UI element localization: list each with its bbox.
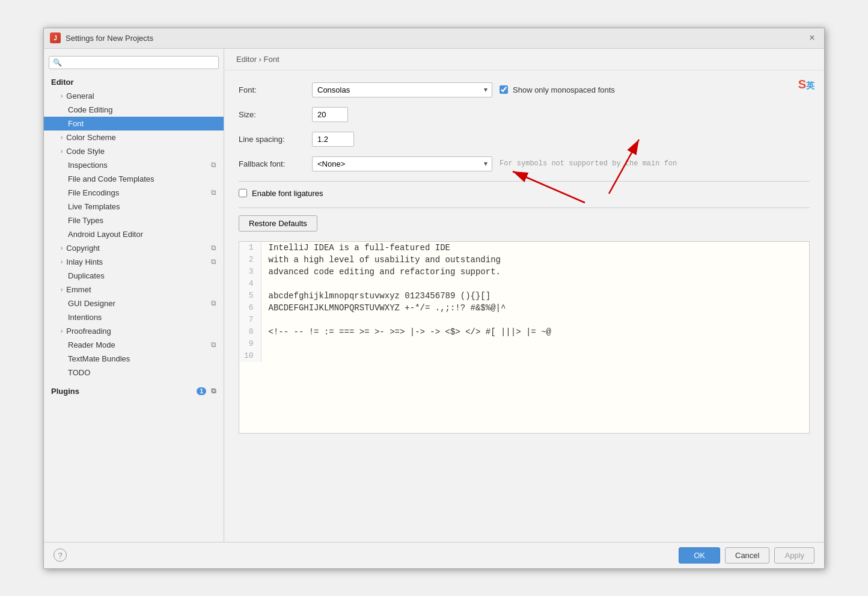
monospaced-label: Show only monospaced fonts (513, 85, 615, 94)
font-select-wrapper[interactable]: Consolas Arial Courier New (312, 82, 492, 97)
chevron-icon: › (61, 134, 63, 141)
dialog-body: 🔍 Editor › General Code Editing Font › C… (44, 49, 824, 542)
sidebar-item-android-layout[interactable]: Android Layout Editor (44, 227, 224, 241)
sidebar-item-label: TextMate Bundles (68, 354, 130, 363)
chevron-icon: › (61, 328, 63, 334)
fallback-hint: For symbols not supported by the main fo… (500, 159, 677, 168)
line-number: 10 (239, 350, 261, 362)
chevron-icon: › (61, 286, 63, 293)
restore-defaults-button[interactable]: Restore Defaults (239, 215, 317, 232)
cancel-button[interactable]: Cancel (725, 547, 769, 564)
preview-line-2: 2 with a high level of usability and out… (239, 254, 809, 266)
main-content: Editor › Font S英 Font: Consolas Arial Co… (224, 49, 824, 542)
sidebar-item-file-code-templates[interactable]: File and Code Templates (44, 172, 224, 186)
divider2 (239, 207, 810, 208)
sidebar-item-label: Proofreading (66, 327, 111, 336)
preview-line-3: 3 advanced code editing and refactoring … (239, 266, 809, 278)
close-button[interactable]: × (806, 32, 818, 44)
chevron-icon: › (61, 93, 63, 99)
fallback-label: Fallback font: (239, 159, 305, 168)
sidebar-item-label: Intentions (68, 313, 102, 322)
sidebar-item-gui-designer[interactable]: GUI Designer ⧉ (44, 296, 224, 310)
font-select[interactable]: Consolas Arial Courier New (312, 82, 492, 97)
sidebar-item-inlay-hints[interactable]: › Inlay Hints ⧉ (44, 255, 224, 269)
copy-icon: ⧉ (211, 188, 216, 197)
line-content: <!-- -- != := === >= >- >=> |-> -> <$> <… (261, 326, 809, 338)
sidebar-item-label: Font (68, 119, 84, 128)
search-icon: 🔍 (53, 58, 62, 67)
font-label: Font: (239, 85, 305, 94)
svg-line-2 (513, 171, 585, 203)
sidebar-item-todo[interactable]: TODO (44, 366, 224, 379)
size-input[interactable]: 20 (312, 107, 348, 122)
sidebar-item-file-types[interactable]: File Types (44, 214, 224, 227)
dialog-title: Settings for New Projects (66, 34, 153, 43)
sidebar-item-label: File Types (68, 216, 103, 225)
fallback-select[interactable]: <None> (312, 156, 492, 171)
help-icon[interactable]: ? (53, 548, 67, 562)
line-content: abcdefghijklmnopqrstuvwxyz 0123456789 ()… (261, 290, 809, 302)
sidebar-item-file-encodings[interactable]: File Encodings ⧉ (44, 186, 224, 200)
breadcrumb: Editor › Font (224, 49, 824, 70)
line-number: 5 (239, 290, 261, 302)
line-number: 8 (239, 326, 261, 338)
content-area: S英 Font: Consolas Arial Courier New (224, 70, 824, 542)
sidebar-item-emmet[interactable]: › Emmet (44, 283, 224, 296)
font-row: Font: Consolas Arial Courier New Show on… (239, 82, 810, 97)
sidebar-item-label: Emmet (66, 285, 91, 294)
sidebar-item-reader-mode[interactable]: Reader Mode ⧉ (44, 338, 224, 352)
apply-button[interactable]: Apply (774, 547, 815, 564)
line-content: ABCDEFGHIJKLMNOPQRSTUVWXYZ +-*/= .,;:!? … (261, 302, 809, 314)
copy-icon: ⧉ (211, 299, 216, 307)
search-box[interactable]: 🔍 (49, 56, 219, 69)
preview-line-1: 1 IntelliJ IDEA is a full-featured IDE (239, 242, 809, 254)
sidebar-item-general[interactable]: › General (44, 89, 224, 103)
sidebar-item-label: Duplicates (68, 271, 105, 280)
plugins-section-header: Plugins 1 ⧉ (44, 384, 224, 398)
preview-line-9: 9 (239, 338, 809, 350)
sidebar-item-live-templates[interactable]: Live Templates (44, 200, 224, 214)
line-number: 6 (239, 302, 261, 314)
preview-line-5: 5 abcdefghijklmnopqrstuvwxyz 0123456789 … (239, 290, 809, 302)
plugins-label: Plugins (51, 387, 79, 396)
sidebar-item-code-style[interactable]: › Code Style (44, 144, 224, 158)
sidebar-item-intentions[interactable]: Intentions (44, 310, 224, 324)
chevron-icon: › (61, 259, 63, 265)
line-content (261, 350, 809, 362)
fallback-row: Fallback font: <None> For symbols not su… (239, 156, 810, 171)
search-input[interactable] (64, 58, 215, 67)
monospaced-checkbox[interactable] (500, 85, 508, 94)
line-number: 7 (239, 314, 261, 326)
chevron-icon: › (61, 245, 63, 251)
fallback-select-wrapper[interactable]: <None> (312, 156, 492, 171)
ligatures-row: Enable font ligatures (239, 189, 810, 198)
sogou-icon: S英 (798, 76, 815, 92)
sidebar-item-textmate-bundles[interactable]: TextMate Bundles (44, 352, 224, 366)
ligatures-checkbox[interactable] (239, 189, 247, 197)
sidebar-item-copyright[interactable]: › Copyright ⧉ (44, 241, 224, 255)
line-content (261, 314, 809, 326)
ok-button[interactable]: OK (679, 547, 720, 564)
size-row: Size: 20 (239, 107, 810, 122)
sidebar-item-proofreading[interactable]: › Proofreading (44, 324, 224, 338)
preview-line-4: 4 (239, 278, 809, 290)
sidebar-item-label: Copyright (66, 244, 100, 253)
title-bar-left: J Settings for New Projects (50, 32, 153, 43)
line-content: with a high level of usability and outst… (261, 254, 809, 266)
preview-table: 1 IntelliJ IDEA is a full-featured IDE 2… (239, 242, 809, 362)
copy-icon: ⧉ (211, 161, 216, 169)
sidebar-item-color-scheme[interactable]: › Color Scheme (44, 131, 224, 144)
sidebar-item-inspections[interactable]: Inspections ⧉ (44, 158, 224, 172)
sidebar-item-font[interactable]: Font (44, 117, 224, 131)
monospaced-checkbox-row: Show only monospaced fonts (500, 85, 615, 94)
preview-area: 1 IntelliJ IDEA is a full-featured IDE 2… (239, 241, 810, 434)
sidebar-item-duplicates[interactable]: Duplicates (44, 269, 224, 283)
divider (239, 181, 810, 182)
line-spacing-input[interactable] (312, 132, 354, 147)
sidebar-item-code-editing[interactable]: Code Editing (44, 103, 224, 117)
line-content: advanced code editing and refactoring su… (261, 266, 809, 278)
sidebar-item-label: File and Code Templates (68, 174, 154, 183)
size-label: Size: (239, 110, 305, 119)
preview-line-8: 8 <!-- -- != := === >= >- >=> |-> -> <$>… (239, 326, 809, 338)
line-number: 1 (239, 242, 261, 254)
